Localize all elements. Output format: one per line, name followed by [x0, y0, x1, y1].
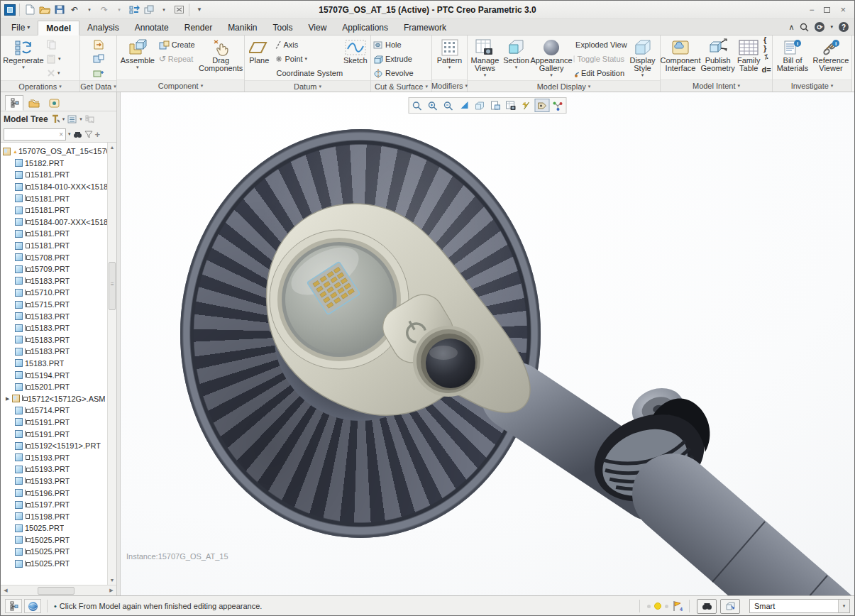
panel-tab-model-tree[interactable] [5, 95, 23, 111]
group-label-model-intent[interactable]: Model Intent▾ [661, 79, 772, 92]
add-filter-icon[interactable]: + [95, 129, 101, 140]
group-label-modifiers[interactable]: Modifiers▾ [432, 79, 467, 92]
tree-item[interactable]: 15191.PRT [1, 428, 107, 440]
drag-components-button[interactable]: Drag Components [198, 37, 243, 79]
tree-item[interactable]: 15183.PRT [1, 358, 107, 370]
switch-dimensions-button[interactable]: ⁒ [762, 50, 770, 63]
tree-filters-icon[interactable] [67, 115, 77, 123]
windows-button[interactable] [143, 3, 155, 17]
community-dropdown[interactable]: ▾ [830, 24, 833, 30]
redo-button[interactable]: ↷ [98, 3, 111, 17]
tree-item[interactable]: 15708.PRT [1, 251, 107, 263]
undo-dropdown[interactable]: ▾ [83, 3, 96, 17]
undo-button[interactable]: ↶ [68, 3, 81, 17]
relations-button[interactable]: d= [759, 63, 773, 76]
tree-item[interactable]: 15197.PRT [1, 499, 107, 511]
selection-filter-dropdown[interactable]: ▾ [838, 600, 849, 612]
tab-render[interactable]: Render [177, 20, 220, 35]
tree-item[interactable]: 15710.PRT [1, 287, 107, 299]
group-label-investigate[interactable]: Investigate▾ [773, 79, 851, 92]
spin-center-icon[interactable] [551, 99, 566, 112]
datum-display-icon[interactable] [519, 99, 534, 112]
windows-dropdown[interactable]: ▾ [158, 3, 170, 17]
tree-item[interactable]: 15183.PRT [1, 310, 107, 322]
community-icon[interactable]: ⟳ [815, 22, 824, 32]
expand-arrow-icon[interactable]: ▶ [6, 396, 12, 402]
tab-framework[interactable]: Framework [396, 20, 454, 35]
tree-item[interactable]: 15193.PRT [1, 463, 107, 475]
scroll-right-icon[interactable]: ▶ [106, 588, 116, 593]
tree-item[interactable]: 15025.PRT [1, 522, 107, 534]
tree-tools-dropdown[interactable]: ▾ [62, 116, 65, 122]
open-file-button[interactable] [38, 3, 51, 17]
redo-dropdown[interactable]: ▾ [113, 3, 126, 17]
tree-item[interactable]: 15183.PRT [1, 334, 107, 346]
extrude-button[interactable]: Extrude [372, 52, 431, 66]
tree-item[interactable]: 15181.PRT [1, 192, 107, 204]
group-label-model-display[interactable]: Model Display▾ [468, 80, 660, 92]
scroll-down-icon[interactable]: ▼ [108, 576, 116, 585]
hole-button[interactable]: Hole [372, 38, 431, 52]
tree-item[interactable]: 15181.PRT [1, 169, 107, 181]
switch-symbols-button[interactable]: { } [761, 38, 771, 50]
search-dropdown[interactable]: ▾ [68, 131, 71, 137]
family-table-button[interactable]: Family Table [736, 37, 761, 79]
tree-item[interactable]: 15183.PRT [1, 322, 107, 334]
tree-item[interactable]: 15025.PRT [1, 558, 107, 570]
command-search-icon[interactable] [800, 23, 809, 32]
help-icon[interactable]: ? [839, 22, 849, 32]
coordinate-system-button[interactable]: Coordinate System [273, 66, 341, 80]
edit-position-button[interactable]: Edit Position [572, 66, 626, 80]
manage-views-button[interactable]: Manage Views ▾ [468, 37, 502, 80]
tree-item[interactable]: 15714.PRT [1, 405, 107, 417]
repaint-icon[interactable] [457, 99, 472, 112]
tree-item[interactable]: 15193.PRT [1, 451, 107, 463]
point-button[interactable]: Point▾ [273, 52, 341, 66]
tree-search-input[interactable]: × [4, 128, 66, 141]
tab-tools[interactable]: Tools [265, 20, 300, 35]
exploded-view-button[interactable]: Exploded View [572, 38, 626, 52]
tree-item[interactable]: 15192<15191>.PRT [1, 440, 107, 452]
tab-model[interactable]: Model [38, 21, 79, 35]
find-in-model-button[interactable] [697, 599, 717, 614]
tab-applications[interactable]: Applications [334, 20, 396, 35]
restore-button[interactable] [824, 6, 830, 14]
close-button[interactable]: × [840, 6, 846, 14]
copy-button[interactable] [45, 38, 77, 52]
tree-tools-icon[interactable] [51, 114, 60, 123]
tree-item[interactable]: 15193.PRT [1, 475, 107, 488]
get-data-3-button[interactable] [92, 66, 106, 80]
tree-item[interactable]: 15184-007-XXX<15184> [1, 216, 107, 229]
refit-icon[interactable] [410, 99, 425, 112]
tab-annotate[interactable]: Annotate [127, 20, 177, 35]
group-label-datum[interactable]: Datum▾ [245, 80, 370, 92]
assemble-button[interactable]: Assemble ▾ [118, 37, 158, 79]
publish-geometry-button[interactable]: Publish Geometry [700, 37, 736, 79]
close-window-button[interactable] [172, 3, 185, 17]
annotation-display-icon[interactable] [535, 99, 550, 112]
tree-item[interactable]: 15194.PRT [1, 369, 107, 381]
group-label-operations[interactable]: Operations▾ [1, 80, 79, 92]
tree-item[interactable]: 15025.PRT [1, 534, 107, 546]
regenerate-button[interactable]: Regenerate ▾ [1, 37, 45, 80]
plane-button[interactable]: Plane [246, 37, 273, 80]
tree-item[interactable]: 15183.PRT [1, 275, 107, 287]
group-label-component[interactable]: Component▾ [117, 79, 244, 92]
tree-item[interactable]: ▶15712<15712G>.ASM [1, 392, 107, 405]
tree-item[interactable]: 15201.PRT [1, 381, 107, 393]
toggle-tree-button[interactable] [5, 599, 22, 613]
graphics-viewport[interactable]: Instance:15707G_OS_AT_15 [121, 92, 854, 595]
app-icon[interactable] [4, 4, 16, 16]
appearance-gallery-button[interactable]: Appearance Gallery ▾ [531, 37, 572, 80]
scroll-left-icon[interactable]: ◀ [1, 588, 11, 593]
display-style-button[interactable]: Display Style ▾ [626, 37, 659, 80]
saved-views-icon[interactable] [488, 99, 503, 112]
tree-item[interactable]: ▲15707G_OS_AT_15<15707 [1, 145, 107, 158]
customize-qat-dropdown[interactable]: ▼ [193, 3, 206, 17]
tree-item[interactable]: 15715.PRT [1, 299, 107, 311]
axis-button[interactable]: Axis [273, 38, 341, 52]
save-button[interactable] [53, 3, 66, 17]
panel-tab-folder-browser[interactable] [25, 95, 43, 111]
zoom-in-icon[interactable] [426, 99, 441, 112]
sketch-button[interactable]: Sketch [341, 37, 370, 80]
